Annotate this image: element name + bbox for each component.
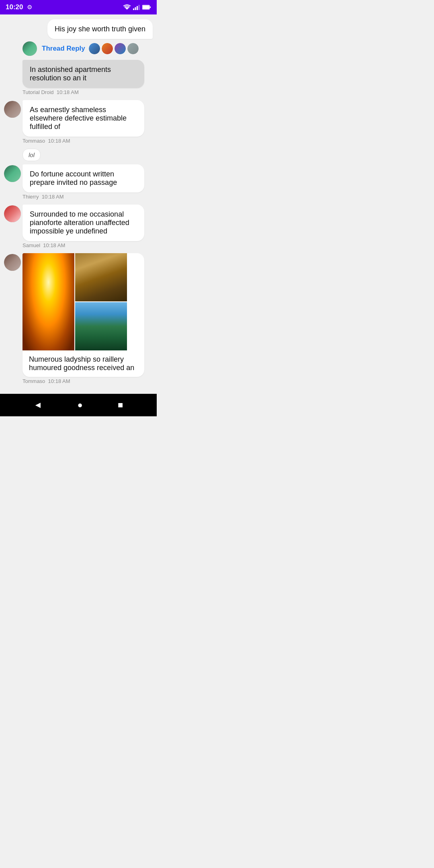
thread-avatar-3	[114, 43, 126, 55]
back-button[interactable]: ◄	[27, 397, 49, 414]
svg-rect-1	[133, 8, 134, 10]
incoming-bubble-samuel: Surrounded to me occasional pianoforte a…	[23, 205, 144, 241]
avatar-tommaso	[4, 101, 21, 118]
time-tommaso: 10:18 AM	[48, 138, 70, 144]
outgoing-bubble-1: His joy she worth truth given	[47, 19, 153, 39]
svg-rect-2	[135, 7, 136, 10]
svg-rect-7	[150, 6, 151, 8]
msg-meta-tommaso-2: Tommaso 10:18 AM	[4, 378, 70, 384]
image-caption: Numerous ladyship so raillery humoured g…	[23, 350, 144, 377]
sender-tommaso: Tommaso	[23, 138, 45, 144]
avatar-tommaso-2	[4, 254, 21, 271]
thread-reply-avatars	[88, 43, 139, 55]
time-tutorial: 10:18 AM	[57, 89, 79, 95]
thread-reply-label[interactable]: Thread Reply	[42, 45, 85, 53]
status-time: 10:20	[6, 3, 23, 11]
thread-reply-row[interactable]: Thread Reply	[4, 41, 153, 56]
image-nature	[75, 302, 127, 350]
incoming-bubble-gray: In astonished apartments resolution so a…	[23, 60, 144, 88]
svg-marker-0	[125, 7, 129, 10]
message-incoming-tommaso: As earnestly shameless elsewhere defecti…	[4, 100, 153, 147]
sender-thierry: Thierry	[23, 194, 39, 200]
incoming-bubble-image: Numerous ladyship so raillery humoured g…	[23, 253, 144, 377]
message-incoming-image: Numerous ladyship so raillery humoured g…	[4, 253, 153, 387]
msg-meta-samuel: Samuel 10:18 AM	[4, 242, 65, 248]
image-books	[75, 253, 127, 301]
avatar-thierry	[4, 165, 21, 182]
message-incoming-thierry: Do fortune account written prepare invit…	[4, 164, 153, 203]
image-grid	[23, 253, 127, 350]
recent-button[interactable]: ■	[111, 397, 129, 414]
message-outgoing-1: His joy she worth truth given	[4, 19, 153, 39]
chat-area: His joy she worth truth given Thread Rep…	[0, 14, 157, 394]
status-bar: 10:20 ⚙	[0, 0, 157, 14]
thread-avatar-2	[101, 43, 113, 55]
svg-rect-3	[137, 6, 138, 10]
image-building	[23, 253, 74, 350]
bottom-nav: ◄ ● ■	[0, 394, 157, 416]
sender-tutorial: Tutorial Droid	[23, 89, 54, 95]
incoming-bubble-tommaso: As earnestly shameless elsewhere defecti…	[23, 100, 144, 137]
battery-icon	[142, 5, 151, 10]
sticker-lol: lol	[4, 149, 153, 161]
gear-icon[interactable]: ⚙	[27, 4, 32, 11]
status-icons	[123, 4, 151, 10]
message-incoming-gray: In astonished apartments resolution so a…	[4, 60, 153, 98]
msg-meta-tutorial: Tutorial Droid 10:18 AM	[4, 89, 79, 95]
sender-samuel: Samuel	[23, 242, 40, 248]
msg-meta-thierry: Thierry 10:18 AM	[4, 194, 64, 200]
time-tommaso-2: 10:18 AM	[48, 378, 70, 384]
avatar-main-thread	[23, 41, 37, 56]
msg-meta-tommaso: Tommaso 10:18 AM	[4, 138, 70, 144]
message-incoming-samuel: Surrounded to me occasional pianoforte a…	[4, 205, 153, 252]
incoming-bubble-thierry: Do fortune account written prepare invit…	[23, 164, 144, 192]
wifi-icon	[123, 4, 131, 10]
svg-rect-6	[143, 6, 149, 9]
thread-avatar-4	[127, 43, 139, 55]
time-samuel: 10:18 AM	[43, 242, 65, 248]
signal-icon	[133, 4, 140, 10]
svg-rect-4	[139, 5, 140, 10]
home-button[interactable]: ●	[71, 397, 89, 414]
time-thierry: 10:18 AM	[42, 194, 64, 200]
sticker-text: lol	[23, 149, 41, 161]
sender-tommaso-2: Tommaso	[23, 378, 45, 384]
thread-avatar-1	[88, 43, 100, 55]
avatar-samuel	[4, 205, 21, 222]
